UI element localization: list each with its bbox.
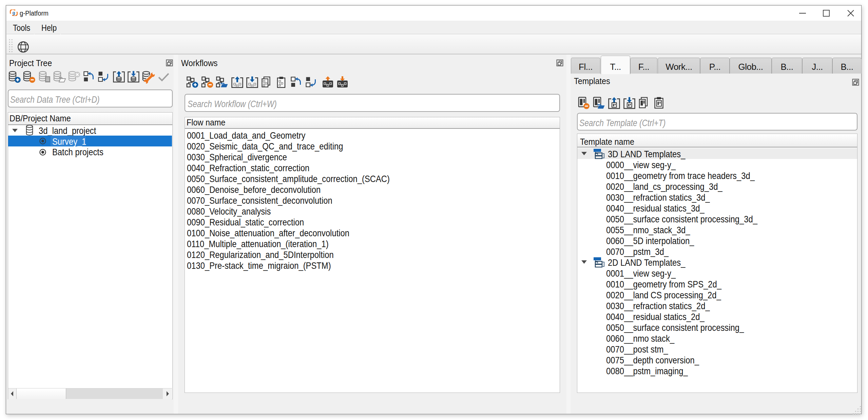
- svg-text:g: g: [12, 10, 15, 15]
